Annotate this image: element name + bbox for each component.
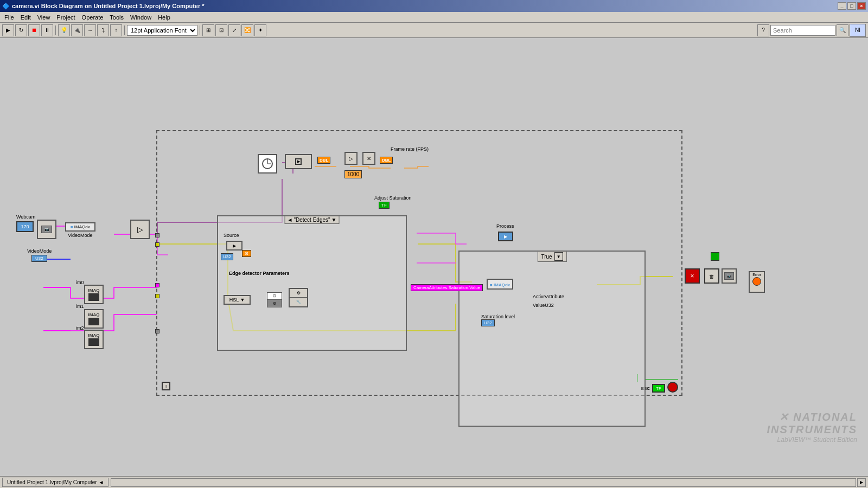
case-title-text: "Detect Edges" [293,217,330,223]
while-loop: I ESC TF ▶ DBL ▷ ✕ 1000 [156,130,682,396]
webcam-label: Webcam [16,214,35,220]
scroll-right-btn[interactable]: ▶ [857,478,866,487]
tunnel-left-1 [155,233,159,237]
tunnel-left-2 [155,242,159,247]
search-input[interactable] [770,25,835,36]
camera-config-node[interactable]: ▷ [130,220,150,239]
videomode-label-outer: VideoMode [27,248,52,254]
dbl-label-1: DBL [317,157,330,164]
source-node[interactable]: ▶ [226,241,242,251]
menu-view[interactable]: View [34,13,54,22]
camera-close-node[interactable]: 📷 [722,268,737,284]
imaq-im1[interactable]: IMAQ [84,309,104,329]
search-button[interactable]: 🔍 [837,24,848,36]
webcam-indicator: 170 [16,221,34,232]
im2-label: im2 [76,325,84,331]
case-struct-header: ◄ "Detect Edges" ▼ [285,216,340,224]
menu-help[interactable]: Help [155,13,174,22]
process-label: Process [496,223,514,229]
videomode-label: VideoMode [65,233,95,238]
frame-rate-label: Frame rate (FPS) [391,146,429,152]
close-node-1[interactable]: × [685,268,700,284]
main-canvas: I ESC TF ▶ DBL ▷ ✕ 1000 [0,38,868,476]
multiply-node[interactable]: ✕ [362,152,375,165]
title-bar: 🔷 camera.vi Block Diagram on Untitled Pr… [0,0,868,12]
ni-brand-2: LabVIEW™ Student Edition [767,436,857,444]
color-picker-node[interactable]: ⊡ ⚙ [267,292,282,307]
status-bar: Untitled Project 1.lvproj/My Computer ◄ … [0,476,868,488]
close-button[interactable]: × [857,2,866,10]
run-button[interactable]: ▶ [2,24,14,36]
stop-button-terminal[interactable] [667,382,678,393]
adjust-saturation-tf: TF [379,202,390,209]
highlight-button[interactable]: 💡 [58,24,70,36]
distribute-button[interactable]: ⊡ [215,24,227,36]
imaqqdx-node-2[interactable]: ■ IMAQdx [487,279,513,290]
horizontal-scrollbar[interactable] [111,478,856,487]
retain-wire-button[interactable]: 🔌 [71,24,83,36]
adjust-saturation-label: Adjust Saturation [374,195,412,201]
camera-init-node[interactable]: 📷 [37,220,56,239]
process-node[interactable]: ▶ [498,232,513,241]
tunnel-left-5 [155,329,159,333]
separator-3 [200,25,200,35]
step-over-button[interactable]: ⤵ [97,24,109,36]
camera-attr-constant: CameraAttributes:Saturation:Value [411,284,483,291]
imaqqdx-init[interactable]: ■ IMAQdx VideoMode [65,222,95,238]
true-case-structure[interactable]: True ▼ ■ IMAQdx ActiveAttribute ValueU32… [458,251,646,427]
window-title: camera.vi Block Diagram on Untitled Proj… [12,3,205,9]
menu-window[interactable]: Window [127,13,155,22]
toolbar: ▶ ↻ ⏹ ⏸ 💡 🔌 → ⤵ ↑ 12pt Application Font … [0,23,868,38]
threshold-node[interactable]: ⚙ 🔧 [289,288,308,307]
minimize-button[interactable]: _ [838,2,846,10]
menu-operate[interactable]: Operate [79,13,107,22]
ni-brand-1: ✕ NATIONALINSTRUMENTS [767,410,857,436]
menu-project[interactable]: Project [53,13,78,22]
project-tab[interactable]: Untitled Project 1.lvproj/My Computer ◄ [2,478,108,487]
range-constant: ⊡ [242,250,251,257]
abort-button[interactable]: ⏹ [28,24,40,36]
source-label-inner: Source [224,233,239,238]
separator-1 [55,25,56,35]
videomode-u32: U32 [31,255,47,262]
case-right-arrow: ▼ [331,217,337,223]
step-into-button[interactable]: → [84,24,96,36]
true-dropdown[interactable]: ▼ [554,252,563,261]
hsl-dropdown[interactable]: HSL ▼ [224,295,251,305]
delete-node[interactable]: 🗑 [704,268,719,284]
divide-node[interactable]: ▷ [344,152,358,165]
imaq-im0[interactable]: IMAQ [84,285,104,304]
resize-button[interactable]: ⤢ [228,24,240,36]
context-help-button[interactable]: ? [757,24,769,36]
true-label: True [541,254,552,260]
true-case-header: True ▼ [537,251,566,262]
pause-button[interactable]: ⏸ [41,24,53,36]
ni-icon-button[interactable]: NI [850,24,866,37]
dbl-terminal-1: DBL [317,156,330,163]
align-button[interactable]: ⊞ [202,24,214,36]
font-selector[interactable]: 12pt Application Font [127,25,197,36]
imaqqdx-label: IMAQdx [74,224,90,229]
reorder-button[interactable]: 🔀 [241,24,253,36]
green-indicator [711,252,719,261]
timer-block[interactable] [258,154,277,174]
menu-file[interactable]: File [1,13,17,22]
menu-edit[interactable]: Edit [17,13,34,22]
error-node[interactable]: Error [749,271,765,293]
menu-tools[interactable]: Tools [106,13,127,22]
maximize-button[interactable]: □ [847,2,856,10]
imaq-im2[interactable]: IMAQ [84,330,104,349]
step-out-button[interactable]: ↑ [110,24,122,36]
im1-label: im1 [76,304,84,309]
tunnel-left-3 [155,283,159,287]
status-arrow: ◄ [98,479,104,485]
app-icon: 🔷 [2,3,10,10]
webcam-value: 170 [21,224,29,229]
menu-bar: File Edit View Project Operate Tools Win… [0,12,868,23]
wait-node[interactable]: ▶ [285,154,312,169]
constant-1000: 1000 [344,170,362,178]
run-continuously-button[interactable]: ↻ [15,24,27,36]
active-attribute-label: ActiveAttribute [533,294,564,299]
case-structure[interactable]: ◄ "Detect Edges" ▼ Edge detector Paramet… [217,215,407,351]
cleanup-button[interactable]: ✦ [254,24,266,36]
